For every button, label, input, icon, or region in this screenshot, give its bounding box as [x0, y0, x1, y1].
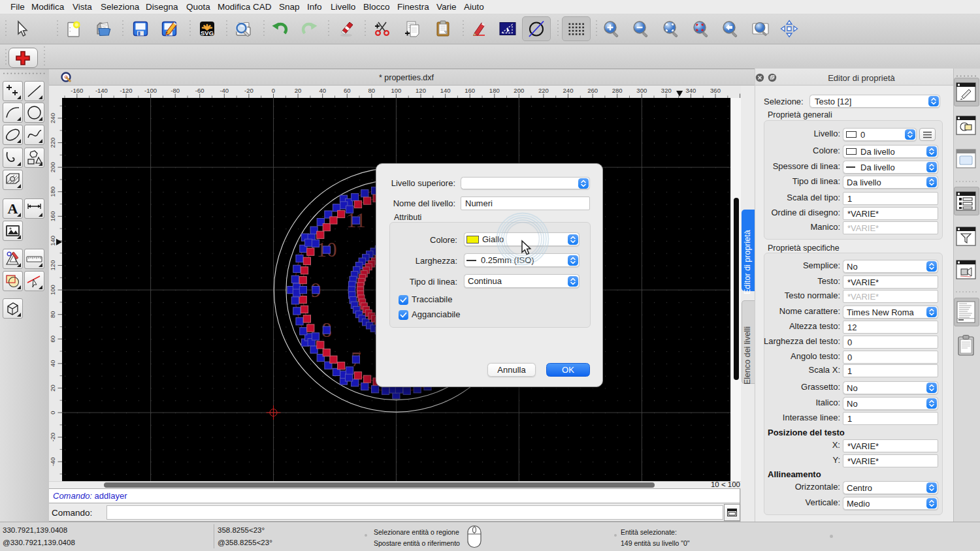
svg-text:200: 200 — [514, 87, 524, 94]
svg-text:100: 100 — [49, 285, 56, 295]
svg-text:180: 180 — [489, 87, 500, 94]
svg-text:100: 100 — [391, 87, 401, 94]
svg-text:280: 280 — [612, 87, 623, 94]
svg-text:-40: -40 — [49, 457, 56, 466]
svg-text:-80: -80 — [171, 87, 180, 94]
svg-text:260: 260 — [587, 87, 598, 94]
svg-text:20: 20 — [295, 87, 302, 94]
svg-text:40: 40 — [49, 360, 56, 368]
svg-text:60: 60 — [344, 87, 351, 94]
svg-text:-100: -100 — [144, 87, 157, 94]
svg-text:-60: -60 — [195, 87, 204, 94]
svg-text:-120: -120 — [120, 87, 132, 94]
svg-text:40: 40 — [319, 87, 326, 94]
svg-text:340: 340 — [685, 87, 696, 94]
svg-text:220: 220 — [538, 87, 549, 94]
svg-text:160: 160 — [465, 87, 475, 94]
svg-text:140: 140 — [49, 236, 56, 246]
svg-text:120: 120 — [49, 260, 56, 271]
svg-text:160: 160 — [49, 211, 56, 221]
svg-text:240: 240 — [49, 113, 56, 123]
svg-text:120: 120 — [416, 87, 426, 94]
svg-text:200: 200 — [49, 162, 56, 172]
svg-text:240: 240 — [563, 87, 574, 94]
svg-text:20: 20 — [49, 385, 56, 392]
svg-text:-40: -40 — [220, 87, 229, 94]
svg-text:-140: -140 — [95, 87, 108, 94]
svg-text:-20: -20 — [49, 433, 56, 442]
svg-text:320: 320 — [661, 87, 672, 94]
svg-text:220: 220 — [49, 138, 56, 148]
svg-text:180: 180 — [49, 187, 56, 197]
svg-text:0: 0 — [272, 87, 275, 94]
svg-text:-160: -160 — [71, 87, 83, 94]
svg-text:80: 80 — [368, 87, 376, 94]
svg-text:0: 0 — [49, 411, 56, 414]
svg-text:A: A — [8, 200, 18, 217]
svg-text:300: 300 — [636, 87, 647, 94]
svg-text:360: 360 — [710, 87, 721, 94]
svg-text:SVG: SVG — [201, 29, 214, 37]
svg-text:-20: -20 — [244, 87, 253, 94]
svg-text:80: 80 — [49, 311, 56, 318]
svg-text:60: 60 — [49, 336, 56, 343]
svg-text:140: 140 — [440, 87, 451, 94]
